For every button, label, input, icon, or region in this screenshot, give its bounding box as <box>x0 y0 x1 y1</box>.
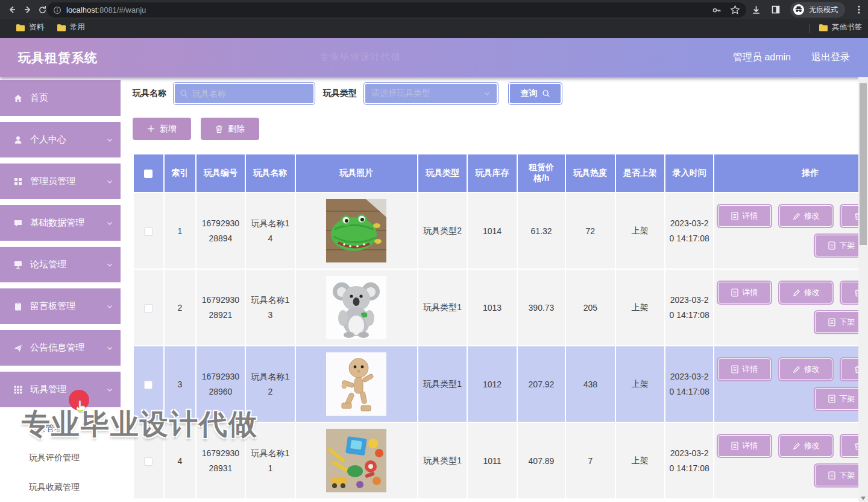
detail-button-label: 详情 <box>742 211 758 221</box>
page-scrollbar[interactable] <box>858 77 868 502</box>
cell-photo <box>296 193 418 268</box>
toy-type-select[interactable]: 请选择玩具类型 <box>364 83 498 104</box>
cell-index: 1 <box>165 193 195 268</box>
logout-link[interactable]: 退出登录 <box>811 51 850 64</box>
toy-name-field[interactable] <box>174 83 315 104</box>
bookmark-star-icon[interactable] <box>730 5 740 15</box>
add-button-label: 新增 <box>160 124 177 135</box>
chevron-down-icon <box>106 261 113 268</box>
cell-photo <box>296 270 418 345</box>
cell-stock: 1014 <box>468 193 516 268</box>
submenu-toy-review-mgmt[interactable]: 玩具评价管理 <box>0 443 121 472</box>
user-icon <box>13 135 23 145</box>
menu-grid-icon <box>13 385 23 395</box>
info-icon[interactable] <box>53 6 61 14</box>
cell-type: 玩具类型1 <box>418 270 467 345</box>
detail-button[interactable]: 详情 <box>718 205 771 227</box>
row-checkbox[interactable] <box>144 381 153 389</box>
cell-heat: 7 <box>566 423 614 498</box>
sidebar-item-toy-mgmt[interactable]: 玩具管理 <box>0 372 121 407</box>
edit-button[interactable]: 修改 <box>779 282 832 303</box>
table-header-row: 索引 玩具编号 玩具名称 玩具照片 玩具类型 玩具库存 租赁价格/h 玩具热度 … <box>134 154 868 192</box>
col-header-onshelf: 是否上架 <box>616 154 664 192</box>
edit-button[interactable]: 修改 <box>779 358 832 380</box>
sidebar-item-label: 论坛管理 <box>30 259 66 270</box>
search-icon <box>542 89 550 98</box>
menu-dots-icon[interactable] <box>855 5 863 14</box>
cell-operations: 详情 修改 删除 下架 <box>714 193 868 268</box>
row-checkbox[interactable] <box>144 457 153 466</box>
toys-table-wrap: 索引 玩具编号 玩具名称 玩具照片 玩具类型 玩具库存 租赁价格/h 玩具热度 … <box>133 153 868 500</box>
address-bar[interactable]: localhost:8081/#/wanju <box>47 2 746 17</box>
sidebar-item-message-board[interactable]: 留言板管理 <box>0 288 121 324</box>
sidebar-item-announcements[interactable]: 公告信息管理 <box>0 330 121 366</box>
col-header-name: 玩具名称 <box>246 154 294 192</box>
edit-button-label: 修改 <box>804 287 820 298</box>
trash-icon <box>215 125 223 133</box>
row-checkbox[interactable] <box>144 304 153 313</box>
cell-price: 390.73 <box>518 270 565 345</box>
cell-code: 1679293028921 <box>197 270 245 345</box>
tab-panel-icon[interactable] <box>771 5 781 14</box>
sidebar-item-base-data[interactable]: 基础数据管理 <box>0 205 121 241</box>
toy-name-input[interactable] <box>192 89 309 98</box>
col-header-price: 租赁价格/h <box>518 154 565 192</box>
table-action-bar: 新增 删除 <box>133 118 868 140</box>
edit-button-label: 修改 <box>804 211 820 221</box>
bookmarks-bar: 资料 常用 其他书签 <box>0 19 868 38</box>
detail-button[interactable]: 详情 <box>718 435 771 457</box>
cell-price: 61.32 <box>518 193 565 268</box>
scrollbar-thumb[interactable] <box>860 83 867 245</box>
cell-operations: 详情 修改 删除 下架 <box>714 423 868 498</box>
edit-button[interactable]: 修改 <box>779 205 832 227</box>
cell-status: 上架 <box>616 193 664 268</box>
chevron-down-icon <box>483 90 491 97</box>
col-header-time: 录入时间 <box>665 154 713 192</box>
download-icon[interactable] <box>751 5 761 15</box>
forward-icon[interactable] <box>20 2 35 17</box>
document-icon <box>731 288 738 297</box>
sidebar-item-label: 个人中心 <box>30 134 66 145</box>
toy-photo-crocodile <box>326 199 386 262</box>
submenu-toy-favorite-mgmt[interactable]: 玩具收藏管理 <box>0 472 121 502</box>
sidebar-item-label: 玩具管理 <box>30 384 66 395</box>
sidebar-item-admin-mgmt[interactable]: 管理员管理 <box>0 164 121 199</box>
detail-button[interactable]: 详情 <box>718 358 771 380</box>
incognito-badge: 无痕模式 <box>790 2 845 17</box>
cell-code: 1679293028894 <box>197 193 245 268</box>
bookmarks-divider <box>810 24 810 33</box>
cell-operations: 详情 修改 删除 下架 <box>714 346 868 422</box>
document-icon <box>731 212 738 220</box>
search-button[interactable]: 查询 <box>509 83 562 104</box>
password-key-icon[interactable] <box>712 5 722 15</box>
back-icon[interactable] <box>5 2 19 17</box>
url-text: localhost:8081/#/wanju <box>66 5 146 14</box>
cell-photo <box>296 346 418 422</box>
cell-time: 2023-03-20 14:17:08 <box>665 270 713 345</box>
edit-button[interactable]: 修改 <box>779 435 832 457</box>
detail-button-label: 详情 <box>742 287 758 298</box>
add-button[interactable]: 新增 <box>133 118 191 140</box>
select-all-checkbox[interactable] <box>144 170 153 178</box>
sidebar-item-forum-mgmt[interactable]: 论坛管理 <box>0 247 121 282</box>
sidebar-item-profile[interactable]: 个人中心 <box>0 122 121 157</box>
detail-button[interactable]: 详情 <box>718 282 771 303</box>
sidebar-item-home[interactable]: 首页 <box>0 80 121 116</box>
cell-type: 玩具类型2 <box>418 193 467 268</box>
cell-name: 玩具名称13 <box>246 270 294 345</box>
cell-status: 上架 <box>616 423 664 498</box>
col-header-ops: 操作 <box>714 154 868 192</box>
plus-icon <box>147 125 155 133</box>
scrollbar-down-arrow[interactable] <box>861 497 866 500</box>
edit-button-label: 修改 <box>804 364 820 375</box>
document-icon <box>731 442 738 450</box>
select-all-cell <box>134 154 163 192</box>
chevron-down-icon <box>106 345 113 352</box>
delete-button[interactable]: 删除 <box>201 118 259 140</box>
other-bookmarks[interactable]: 其他书签 <box>819 22 862 33</box>
toy-type-placeholder: 请选择玩具类型 <box>371 88 430 99</box>
bookmark-folder[interactable]: 常用 <box>57 22 85 33</box>
row-checkbox[interactable] <box>144 227 153 236</box>
bookmark-folder[interactable]: 资料 <box>16 22 44 33</box>
delete-button-label: 删除 <box>228 124 245 135</box>
